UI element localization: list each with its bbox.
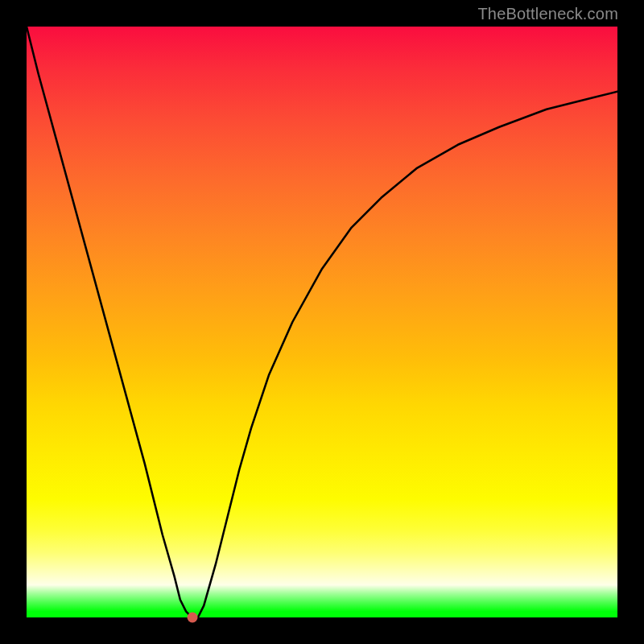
plot-area: [27, 27, 617, 617]
watermark-text: TheBottleneck.com: [477, 5, 618, 23]
minimum-marker: [187, 613, 197, 623]
chart-frame: TheBottleneck.com: [0, 0, 644, 644]
bottleneck-curve: [27, 27, 617, 617]
